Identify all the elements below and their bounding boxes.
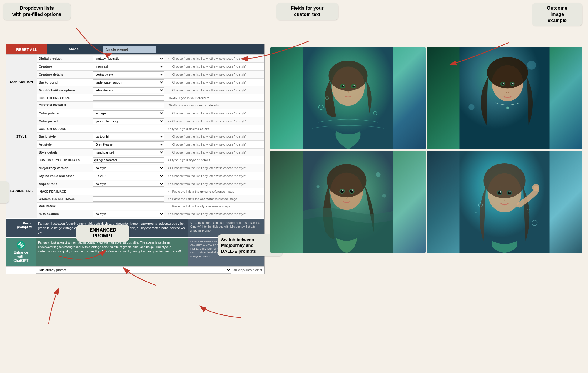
mj-dropdown-row: Midjourney prompt DALL-E prompt <= Midjo…: [6, 266, 264, 274]
mermaid-image-2: [427, 47, 582, 149]
select-digital-product[interactable]: fantasy illustration: [93, 56, 164, 61]
hint-exclude: <= Choose from the list if any, otherwis…: [166, 210, 264, 218]
field-custom-creature: CUSTOM CREATURE: [37, 94, 91, 102]
select-art-style[interactable]: Glen Keane: [93, 141, 164, 147]
dropdown-aspect-ratio[interactable]: no style: [91, 180, 166, 188]
right-area: [270, 6, 582, 274]
select-aspect-ratio[interactable]: no style: [93, 181, 164, 187]
dropdown-mj-version[interactable]: no style: [91, 164, 166, 172]
hint-creature: <= Choose from the list if any, otherwis…: [166, 63, 264, 71]
hint-custom-creature: OR/AND type in your creature: [166, 94, 264, 102]
params-row-2: Stylize value and other --s 250 <= Choos…: [6, 172, 264, 180]
mermaid-image-4: [427, 151, 582, 253]
field-background: Background: [37, 79, 91, 86]
svg-point-38: [483, 163, 525, 198]
style-row-7: CUSTOM STYLE OR DETAILS <= type in your …: [6, 156, 264, 164]
hint-custom-colors: <= type in your desired colors: [166, 125, 264, 133]
dropdown-creature[interactable]: mermaid: [91, 63, 166, 71]
style-row-2: Color preset green blue beige <= Choose …: [6, 117, 264, 125]
custom-details-input[interactable]: [93, 103, 164, 108]
input-char-ref[interactable]: [91, 195, 166, 203]
mermaid-image-3: [270, 151, 426, 253]
dropdown-basic-style[interactable]: cartoonish: [91, 133, 166, 141]
field-mj-version: Midjourney version: [37, 164, 91, 172]
select-color-palette[interactable]: vintage: [93, 110, 164, 116]
svg-point-45: [532, 184, 539, 192]
input-custom-colors[interactable]: [91, 125, 166, 133]
field-custom-colors: CUSTOM COLORS: [37, 125, 91, 133]
hint-digital-product: <= Choose from the list if any, otherwis…: [166, 55, 264, 63]
dropdown-color-palette[interactable]: vintage: [91, 109, 166, 117]
svg-point-43: [500, 191, 501, 193]
params-section-label: PARAMETERS: [6, 164, 37, 218]
enhanced-text[interactable]: Fantasy illustration of a mermaid in por…: [36, 238, 188, 266]
field-digital-product: Digital product: [37, 55, 91, 63]
select-stylize[interactable]: --s 250: [93, 173, 164, 179]
mermaid-image-1: [270, 47, 426, 149]
input-custom-creature[interactable]: [91, 94, 166, 102]
custom-colors-input[interactable]: [93, 126, 164, 131]
hint-creature-details: <= Choose from the list if any, otherwis…: [166, 71, 264, 79]
dropdown-stylize[interactable]: --s 250: [91, 172, 166, 180]
select-background[interactable]: underwater lagoon: [93, 79, 164, 85]
style-ref-input[interactable]: [93, 204, 164, 209]
field-style-ref: REF. IMAGE: [37, 203, 91, 210]
dropdown-background[interactable]: underwater lagoon: [91, 79, 166, 86]
select-style-details[interactable]: hand painted: [93, 149, 164, 155]
svg-point-19: [503, 83, 504, 84]
style-row-5: Art style Glen Keane <= Choose from the …: [6, 141, 264, 149]
image-ref-input[interactable]: [93, 189, 164, 194]
hint-style-details: <= Choose from the list if any, otherwis…: [166, 149, 264, 156]
svg-point-34: [317, 185, 320, 188]
hint-char-ref: <= Paste the link to the character refer…: [166, 195, 264, 203]
field-custom-style: CUSTOM STYLE OR DETAILS: [37, 156, 91, 164]
single-prompt-input[interactable]: [103, 46, 156, 53]
field-color-preset: Color preset: [37, 117, 91, 125]
input-custom-details[interactable]: [91, 102, 166, 109]
field-aspect-ratio: Aspect ratio: [37, 180, 91, 188]
hint-basic-style: <= Choose from the list if any, otherwis…: [166, 133, 264, 141]
custom-style-input[interactable]: [93, 157, 164, 163]
mj-prompt-type-select[interactable]: Midjourney prompt DALL-E prompt: [36, 267, 231, 274]
chatgpt-icon: [17, 241, 25, 249]
params-row-6: REF. IMAGE <= Paste the link to the styl…: [6, 203, 264, 210]
dropdown-exclude[interactable]: no style: [91, 210, 166, 218]
composition-row-5: Mood/Vibe/Atmosphere adventurous <= Choo…: [6, 86, 264, 94]
params-row-1: PARAMETERS Midjourney version no style <…: [6, 164, 264, 172]
input-style-ref[interactable]: [91, 203, 166, 210]
composition-row-6: CUSTOM CREATURE OR/AND type in your crea…: [6, 94, 264, 102]
select-basic-style[interactable]: cartoonish: [93, 134, 164, 139]
composition-row-1: COMPOSITION Digital product fantasy illu…: [6, 55, 264, 63]
select-creature-details[interactable]: portrait view: [93, 71, 164, 77]
char-ref-input[interactable]: [93, 196, 164, 202]
reset-all-button[interactable]: RESET ALL: [6, 44, 47, 54]
hint-aspect-ratio: <= Choose from the list if any, otherwis…: [166, 180, 264, 188]
svg-point-2: [328, 61, 368, 91]
prompt-annotation: Original promptready for COPY-PASTE: [0, 181, 9, 204]
input-custom-style[interactable]: [91, 156, 166, 164]
dropdown-mood[interactable]: adventurous: [91, 86, 166, 94]
svg-point-44: [509, 191, 511, 193]
dropdown-digital-product[interactable]: fantasy illustration: [91, 55, 166, 63]
dropdown-style-details[interactable]: hand painted: [91, 149, 166, 156]
dropdown-color-preset[interactable]: green blue beige: [91, 117, 166, 125]
field-mood: Mood/Vibe/Atmosphere: [37, 86, 91, 94]
hint-custom-style: <= type in your style or details: [166, 156, 264, 164]
field-char-ref: CHARACTER REF. IMAGE: [37, 195, 91, 203]
field-image-ref: IMAGE REF. IMAGE: [37, 188, 91, 195]
dropdown-art-style[interactable]: Glen Keane: [91, 141, 166, 149]
custom-creature-input[interactable]: [93, 95, 164, 101]
outcome-annotation: Outcomeimageexample: [532, 3, 582, 26]
select-mood[interactable]: adventurous: [93, 87, 164, 93]
hint-mood: <= Choose from the list if any, otherwis…: [166, 86, 264, 94]
select-creature[interactable]: mermaid: [93, 64, 164, 69]
select-color-preset[interactable]: green blue beige: [93, 118, 164, 124]
field-color-palette: Color palette: [37, 109, 91, 117]
composition-section-label: COMPOSITION: [6, 55, 37, 109]
select-exclude[interactable]: no style: [93, 211, 164, 217]
dropdown-creature-details[interactable]: portrait view: [91, 71, 166, 79]
enhance-button[interactable]: EnhancewithChatGPT: [6, 238, 36, 266]
select-mj-version[interactable]: no style: [93, 165, 164, 171]
params-row-7: rs to exclude no style <= Choose from th…: [6, 210, 264, 218]
input-image-ref[interactable]: [91, 188, 166, 195]
